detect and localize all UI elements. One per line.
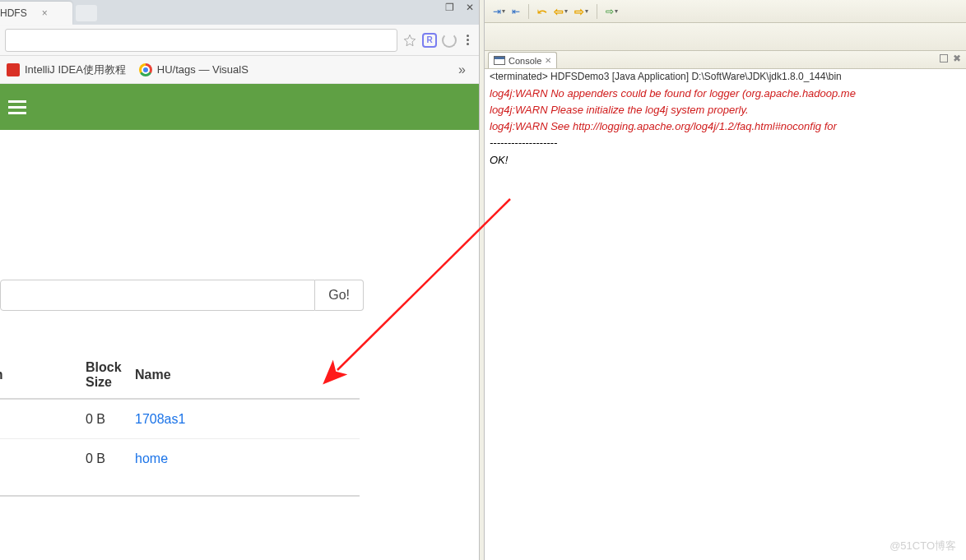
bookmark-intellij[interactable]: IntelliJ IDEA使用教程 [7, 62, 126, 77]
address-bar-row: R [0, 25, 479, 56]
bookmarks-bar: IntelliJ IDEA使用教程 HU/tags — VisualS » [0, 56, 479, 84]
restore-icon[interactable]: ❐ [445, 2, 454, 13]
site-icon [7, 63, 20, 76]
chrome-menu-icon[interactable] [462, 35, 474, 45]
console-icon [494, 56, 505, 65]
hdfs-navbar: ▾ [0, 84, 479, 130]
table-row: 0 B home [0, 439, 360, 479]
bookmarks-overflow-icon[interactable]: » [458, 62, 472, 77]
run-last-button[interactable]: ⇨▾ [604, 6, 620, 17]
watermark-text: @51CTO博客 [889, 539, 956, 553]
url-input[interactable] [5, 29, 397, 52]
maximize-view-icon[interactable]: ✖ [953, 53, 961, 64]
window-controls: ❐ ✕ [445, 2, 474, 13]
col-header-block-size: Block Size [0, 360, 135, 390]
extension-badge-icon[interactable]: R [422, 33, 437, 48]
eclipse-toolbar: ⇥▾ ⇤ ⤺ ⇦▾ ⇨▾ ⇨▾ [485, 0, 966, 23]
close-window-icon[interactable]: ✕ [466, 2, 474, 13]
go-button[interactable]: Go! [315, 280, 364, 311]
tab-title: HDFS [0, 7, 27, 19]
step-over-button[interactable]: ⇤ [510, 6, 522, 17]
bookmark-star-icon[interactable] [402, 33, 417, 48]
hamburger-icon[interactable] [8, 100, 26, 114]
table-header-row: on Block Size Name [0, 360, 360, 400]
bookmark-label: HU/tags — VisualS [157, 63, 248, 76]
console-line: OK! [490, 152, 961, 169]
eclipse-view-tabs: Console ✕ ✖ [485, 51, 966, 69]
file-table: on Block Size Name 0 B 1708as1 0 B home [0, 360, 462, 497]
console-line: log4j:WARN Please initialize the log4j s… [490, 102, 961, 118]
bookmark-hutags[interactable]: HU/tags — VisualS [139, 63, 248, 76]
close-view-icon[interactable]: ✕ [545, 56, 551, 65]
table-body: 0 B 1708as1 0 B home [0, 400, 360, 479]
console-output[interactable]: log4j:WARN No appenders could be found f… [485, 84, 966, 170]
close-icon[interactable]: × [42, 7, 48, 19]
cell-block-size: 0 B [0, 451, 135, 466]
console-line: ------------------- [490, 135, 961, 151]
nav-fwd-button[interactable]: ⇨▾ [573, 5, 590, 18]
console-view-tab[interactable]: Console ✕ [488, 52, 557, 68]
path-input[interactable] [0, 280, 315, 311]
col-header-name: Name [135, 360, 300, 390]
chrome-icon [139, 63, 152, 76]
table-row: 0 B 1708as1 [0, 400, 360, 439]
minimize-view-icon[interactable] [940, 54, 948, 62]
console-line: log4j:WARN No appenders could be found f… [490, 86, 961, 102]
nav-back-button[interactable]: ⇦▾ [552, 5, 569, 18]
cell-name-link[interactable]: home [135, 451, 300, 466]
path-go-row: Go! [0, 280, 462, 311]
pane-splitter[interactable] [479, 0, 485, 560]
step-into-button[interactable]: ⇥▾ [491, 6, 507, 17]
browser-window: HDFS × ❐ ✕ R IntelliJ IDEA使用教程 HU/tags —… [0, 0, 479, 560]
console-status-line: <terminated> HDFSDemo3 [Java Application… [485, 69, 966, 84]
chrome-tab-strip: HDFS × ❐ ✕ [0, 0, 479, 25]
eclipse-ide-pane: ⇥▾ ⇤ ⤺ ⇦▾ ⇨▾ ⇨▾ Console ✕ ✖ <terminated>… [485, 0, 966, 560]
new-tab-button[interactable] [76, 5, 97, 21]
bookmark-label: IntelliJ IDEA使用教程 [25, 62, 126, 77]
view-tab-label: Console [509, 56, 541, 66]
loading-icon [442, 33, 457, 48]
cell-name-link[interactable]: 1708as1 [135, 412, 300, 427]
nav-back-group[interactable]: ⤺ [536, 5, 549, 18]
hdfs-page-content: Go! on Block Size Name 0 B 1708as1 0 B h… [0, 130, 479, 497]
browser-tab-hdfs[interactable]: HDFS × [0, 2, 72, 25]
cell-block-size: 0 B [0, 412, 135, 427]
console-line: log4j:WARN See http://logging.apache.org… [490, 118, 961, 135]
